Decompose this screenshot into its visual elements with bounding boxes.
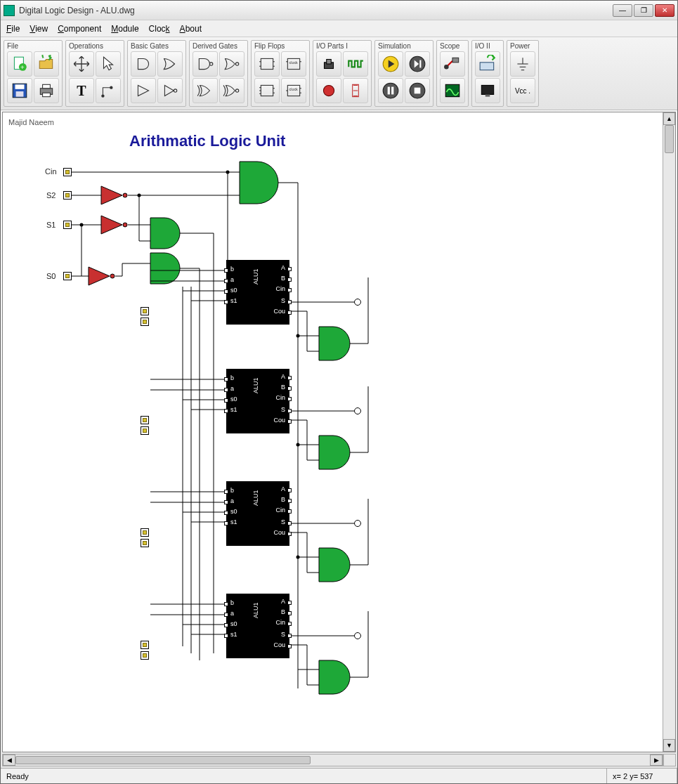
pin-box-a1[interactable] (141, 416, 149, 424)
buffer-gate-button[interactable] (131, 78, 156, 103)
wire-tool-button[interactable] (96, 78, 121, 103)
titlebar[interactable]: Digital Logic Design - ALU.dwg — ❐ ✕ (1, 1, 677, 20)
flipflop-sr-button[interactable] (254, 51, 280, 77)
svg-rect-7 (43, 84, 51, 88)
output-pin-1[interactable] (354, 299, 361, 306)
hscroll-thumb[interactable] (15, 756, 311, 764)
output-pin-3[interactable] (354, 520, 361, 527)
scope-button[interactable] (440, 78, 465, 103)
menu-view[interactable]: View (30, 24, 48, 34)
xnor-gate-button[interactable] (219, 78, 245, 103)
pin-box-cin[interactable] (63, 168, 72, 176)
save-file-button[interactable] (7, 78, 32, 103)
toolgroup-scope: Scope (436, 40, 469, 107)
scroll-up-arrow[interactable]: ▲ (663, 112, 675, 125)
keyboard-button[interactable] (475, 51, 500, 77)
pin-box-a2[interactable] (141, 528, 149, 537)
canvas[interactable]: Majid Naeem Arithmatic Logic Unit (3, 112, 663, 752)
ground-button[interactable] (510, 51, 535, 77)
pin-box-s0[interactable] (63, 272, 72, 280)
flipflop-jk-button[interactable] (254, 78, 280, 103)
menu-file[interactable]: File (6, 24, 20, 34)
scroll-right-arrow[interactable]: ▶ (650, 754, 663, 766)
alu-chip-2[interactable]: ALU1 b a s0 s1 A B Cin S Cou (226, 369, 289, 433)
stop-button[interactable] (405, 78, 430, 103)
flipflop-d-button[interactable]: clock (281, 51, 306, 77)
seven-seg-button[interactable] (343, 78, 368, 103)
pin-box-b1[interactable] (141, 426, 149, 435)
menu-clock[interactable]: Clock (149, 24, 170, 34)
and-gate-button[interactable] (131, 51, 156, 77)
probe-button[interactable] (440, 51, 465, 77)
vcc-button[interactable]: Vcc . (510, 78, 535, 103)
output-pin-4[interactable] (354, 632, 361, 639)
new-file-button[interactable]: + (7, 51, 32, 77)
horizontal-scrollbar[interactable]: ◀ ▶ (2, 754, 663, 766)
vertical-scrollbar[interactable]: ▲ ▼ (663, 112, 675, 752)
clock-button[interactable] (343, 51, 368, 77)
canvas-frame: Majid Naeem Arithmatic Logic Unit (2, 112, 676, 752)
pin-box-s2[interactable] (63, 191, 72, 200)
close-button[interactable]: ✕ (655, 4, 674, 17)
nor-gate-button[interactable] (219, 51, 245, 77)
pin-box-a0[interactable] (141, 307, 149, 315)
toolgroup-io1: I/O Parts I (313, 40, 372, 107)
output-pin-2[interactable] (354, 407, 361, 414)
toolgroup-basic-gates: Basic Gates (127, 40, 186, 107)
svg-rect-47 (391, 87, 393, 95)
display-button[interactable] (475, 78, 500, 103)
svg-rect-8 (43, 93, 51, 96)
text-tool-button[interactable]: T (69, 78, 94, 103)
toolbar: File + Operations T Basic Gates (1, 37, 677, 110)
menu-component[interactable]: Component (58, 24, 101, 34)
led-button[interactable] (316, 78, 341, 103)
nand-gate-button[interactable] (193, 51, 218, 77)
flipflop-t-button[interactable]: clock (281, 78, 306, 103)
or-gate-button[interactable] (157, 51, 183, 77)
pin-box-b3[interactable] (141, 651, 149, 660)
and-gate-out-4 (319, 660, 350, 694)
statusbar: Ready x= 2 y= 537 (1, 768, 677, 783)
pin-box-b2[interactable] (141, 539, 149, 547)
xor-gate-button[interactable] (193, 78, 218, 103)
pin-box-b0[interactable] (141, 318, 149, 326)
move-tool-button[interactable] (69, 51, 94, 77)
toolgroup-file: File + (4, 40, 63, 107)
alu-chip-1[interactable]: ALU1 b a s0 s1 A B Cin S Cou (226, 260, 289, 325)
toolgroup-io2: I/O II (471, 40, 504, 107)
play-button[interactable] (378, 51, 403, 77)
and-gate-small-2 (150, 253, 180, 284)
svg-rect-5 (16, 91, 24, 97)
status-ready: Ready (1, 769, 607, 783)
and-gate-top-big (240, 162, 278, 204)
maximize-button[interactable]: ❐ (634, 4, 653, 17)
not-gate-button[interactable] (157, 78, 183, 103)
scroll-corner (663, 754, 676, 766)
minimize-button[interactable]: — (613, 4, 632, 17)
alu-chip-3[interactable]: ALU1 b a s0 s1 A B Cin S Cou (226, 481, 289, 546)
menu-module[interactable]: Module (111, 24, 138, 34)
vscroll-thumb[interactable] (665, 125, 674, 153)
pin-label-s1: S1 (46, 221, 56, 229)
toolgroup-ff-label: Flip Flops (254, 42, 306, 50)
open-file-button[interactable] (34, 51, 59, 77)
toolgroup-ops-label: Operations (69, 42, 121, 50)
pin-label-cin: Cin (45, 167, 57, 176)
pause-button[interactable] (378, 78, 403, 103)
pin-box-a3[interactable] (141, 641, 149, 649)
step-button[interactable] (405, 51, 430, 77)
switch-button[interactable] (316, 51, 341, 77)
toolgroup-sim-label: Simulation (378, 42, 430, 50)
scroll-down-arrow[interactable]: ▼ (663, 739, 675, 752)
menu-about[interactable]: About (180, 24, 202, 34)
alu-chip-4[interactable]: ALU1 b a s0 s1 A B Cin S Cou (226, 594, 289, 658)
scroll-left-arrow[interactable]: ◀ (3, 754, 15, 766)
pointer-tool-button[interactable] (96, 51, 121, 77)
toolgroup-derived-label: Derived Gates (193, 42, 245, 50)
svg-rect-24 (261, 85, 273, 96)
svg-point-50 (444, 65, 449, 70)
pin-box-s1[interactable] (63, 221, 72, 229)
svg-point-14 (235, 89, 238, 92)
toolgroup-basic-label: Basic Gates (131, 42, 183, 50)
print-button[interactable] (34, 78, 59, 103)
